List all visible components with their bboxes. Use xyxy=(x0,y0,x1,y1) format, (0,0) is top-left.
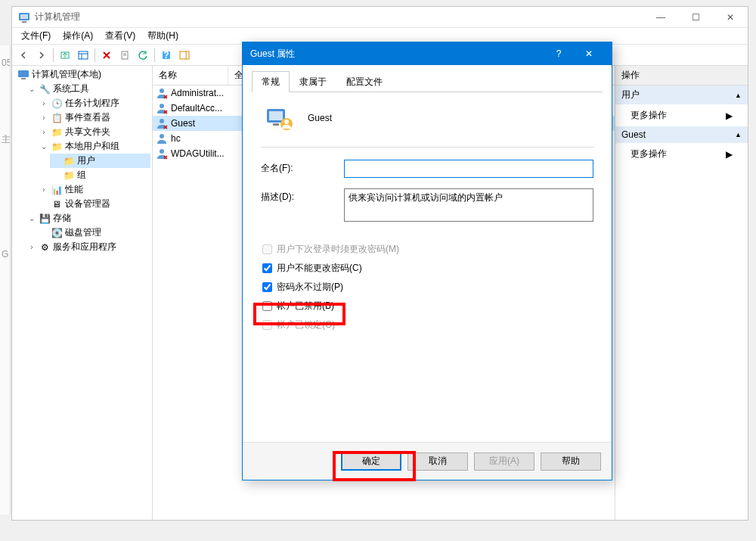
dialog-title: Guest 属性 xyxy=(250,48,544,61)
expand-icon[interactable]: › xyxy=(39,99,48,107)
svg-rect-14 xyxy=(18,70,29,77)
action-more-guest[interactable]: 更多操作▶ xyxy=(615,143,748,165)
expand-icon[interactable]: › xyxy=(27,243,36,251)
fullname-label: 全名(F): xyxy=(261,160,344,175)
tree-storage[interactable]: ⌄💾存储 xyxy=(26,211,150,225)
back-button[interactable] xyxy=(15,47,32,64)
clock-icon: 🕒 xyxy=(51,98,63,110)
dialog-help-button[interactable]: ? xyxy=(544,42,574,65)
tree-system-tools[interactable]: ⌄🔧系统工具 xyxy=(26,82,150,96)
svg-point-19 xyxy=(160,134,164,138)
storage-icon: 💾 xyxy=(39,213,51,225)
svg-rect-22 xyxy=(269,111,283,120)
ok-button[interactable]: 确定 xyxy=(341,452,401,471)
menu-action[interactable]: 操作(A) xyxy=(57,28,99,44)
action-group-users[interactable]: 用户▲ xyxy=(615,86,748,104)
minimize-button[interactable]: — xyxy=(643,7,678,28)
collapse-icon[interactable]: ⌄ xyxy=(27,214,36,222)
check-account-locked: 帐户已锁定(O) xyxy=(262,316,593,334)
username-display: Guest xyxy=(308,113,332,123)
check-password-never-expires[interactable]: 密码永不过期(P) xyxy=(262,278,593,297)
tab-memberof[interactable]: 隶属于 xyxy=(290,71,336,92)
help-button[interactable]: ? xyxy=(158,47,175,64)
user-disabled-icon xyxy=(156,102,168,114)
properties-button[interactable] xyxy=(116,47,133,64)
window-title: 计算机管理 xyxy=(35,11,742,23)
checkbox[interactable] xyxy=(262,263,272,273)
dialog-tabs: 常规 隶属于 配置文件 xyxy=(252,71,603,92)
expand-icon[interactable]: › xyxy=(39,113,48,122)
check-account-disabled[interactable]: 帐户已禁用(B) xyxy=(262,297,593,316)
svg-point-18 xyxy=(160,119,164,123)
user-disabled-icon xyxy=(156,87,168,99)
collapse-arrow-icon: ▲ xyxy=(735,131,742,138)
tree-services-apps[interactable]: ›⚙服务和应用程序 xyxy=(26,240,150,254)
forward-button[interactable] xyxy=(33,47,50,64)
partial-background-window: 05 主 G xyxy=(0,45,11,515)
show-hide-tree-button[interactable] xyxy=(75,47,91,64)
column-name[interactable]: 名称 xyxy=(153,66,228,85)
up-button[interactable] xyxy=(57,47,73,64)
svg-point-16 xyxy=(160,89,164,93)
svg-point-25 xyxy=(284,120,289,124)
computer-icon xyxy=(17,69,29,81)
tree-root[interactable]: 计算机管理(本地) xyxy=(14,67,150,82)
user-large-icon xyxy=(264,103,294,133)
collapse-arrow-icon: ▲ xyxy=(735,92,742,99)
submenu-arrow-icon: ▶ xyxy=(726,149,733,160)
dialog-footer: 确定 取消 应用(A) 帮助 xyxy=(243,442,612,480)
action-group-guest[interactable]: Guest▲ xyxy=(615,126,748,143)
expand-icon[interactable]: › xyxy=(39,128,48,136)
properties-dialog: Guest 属性 ? ✕ 常规 隶属于 配置文件 Guest 全名(F): 描述… xyxy=(242,42,612,480)
tree-disk-management[interactable]: 💽磁盘管理 xyxy=(38,225,150,240)
close-button[interactable]: ✕ xyxy=(713,7,748,28)
check-cannot-change-password[interactable]: 用户不能更改密码(C) xyxy=(262,259,593,278)
titlebar[interactable]: 计算机管理 — ☐ ✕ xyxy=(12,7,748,28)
menu-help[interactable]: 帮助(H) xyxy=(141,28,184,44)
performance-icon: 📊 xyxy=(51,184,63,196)
dialog-titlebar[interactable]: Guest 属性 ? ✕ xyxy=(243,42,612,65)
apply-button[interactable]: 应用(A) xyxy=(474,452,534,471)
tree-task-scheduler[interactable]: ›🕒任务计划程序 xyxy=(38,96,150,110)
delete-button[interactable] xyxy=(98,47,115,64)
disk-icon: 💽 xyxy=(51,227,63,239)
collapse-icon[interactable]: ⌄ xyxy=(27,85,36,93)
action-more-users[interactable]: 更多操作▶ xyxy=(615,104,748,126)
tree-event-viewer[interactable]: ›📋事件查看器 xyxy=(38,110,150,125)
tree-panel[interactable]: 计算机管理(本地) ⌄🔧系统工具 ›🕒任务计划程序 ›📋事件查看器 ›📁共享文件… xyxy=(12,66,153,520)
folder-icon: 📁 xyxy=(63,155,75,167)
fullname-input[interactable] xyxy=(344,160,593,178)
checkbox[interactable] xyxy=(262,282,272,292)
cancel-button[interactable]: 取消 xyxy=(407,452,468,471)
maximize-button[interactable]: ☐ xyxy=(678,7,713,28)
checkbox xyxy=(262,244,272,254)
help-button[interactable]: 帮助 xyxy=(541,452,601,471)
show-action-pane-button[interactable] xyxy=(176,47,193,64)
tree-performance[interactable]: ›📊性能 xyxy=(38,182,150,197)
folder-icon: 📁 xyxy=(63,169,75,182)
tree-shared-folders[interactable]: ›📁共享文件夹 xyxy=(38,125,150,139)
tree-groups[interactable]: 📁组 xyxy=(50,168,150,182)
checkbox xyxy=(262,320,272,330)
tab-profile[interactable]: 配置文件 xyxy=(336,71,392,92)
svg-point-17 xyxy=(160,104,164,108)
description-input[interactable]: 供来宾访问计算机或访问域的内置帐户 xyxy=(344,188,593,222)
collapse-icon[interactable]: ⌄ xyxy=(39,142,48,151)
user-disabled-icon xyxy=(156,117,168,129)
toolbar-separator xyxy=(154,48,155,62)
menu-file[interactable]: 文件(F) xyxy=(15,28,57,44)
tree-users[interactable]: 📁用户 xyxy=(50,154,150,168)
actions-panel: 操作 用户▲ 更多操作▶ Guest▲ 更多操作▶ xyxy=(615,66,748,520)
tree-local-users-groups[interactable]: ⌄📁本地用户和组 xyxy=(38,139,150,154)
tree-device-manager[interactable]: 🖥设备管理器 xyxy=(38,197,150,211)
menu-view[interactable]: 查看(V) xyxy=(99,28,141,44)
event-icon: 📋 xyxy=(51,112,63,124)
tree-label: 计算机管理(本地) xyxy=(32,68,101,81)
svg-rect-1 xyxy=(20,14,28,19)
expand-icon[interactable]: › xyxy=(39,185,48,194)
refresh-button[interactable] xyxy=(135,47,151,64)
checkbox[interactable] xyxy=(262,301,272,311)
dialog-close-button[interactable]: ✕ xyxy=(574,42,604,65)
tab-general[interactable]: 常规 xyxy=(252,71,290,92)
user-icon xyxy=(156,132,168,145)
